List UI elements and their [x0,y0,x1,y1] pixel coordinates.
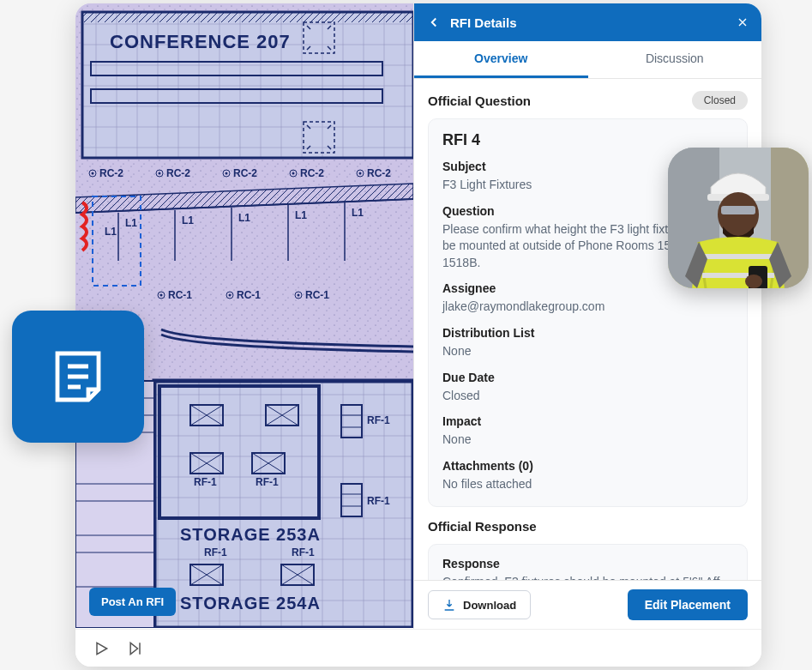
svg-text:RC-1: RC-1 [237,289,261,301]
download-label: Download [463,599,516,612]
rf1-label: RF-1 [292,546,315,558]
response-card: Response Confirmed, F3 fixtures should b… [428,544,748,580]
svg-rect-84 [721,206,755,214]
l1-label: L1 [295,209,307,221]
avatar [668,148,809,288]
svg-point-88 [745,275,762,288]
rf1-label: RF-1 [367,414,390,426]
close-icon[interactable] [736,15,749,29]
note-tile[interactable] [12,311,144,443]
l1-label: L1 [352,207,364,219]
response-value: Confirmed, F3 fixtures should be mounted… [442,574,733,580]
panel-footer: Download Edit Placement [414,580,761,629]
room-label-storage-b: STORAGE 254A [180,594,321,613]
distribution-value: None [442,343,733,360]
attachments-value: No files attached [442,476,733,493]
svg-text:RC-2: RC-2 [166,167,190,179]
note-icon [47,346,109,407]
assignee-value: jlake@raymondlakegroup.com [442,299,733,316]
post-rfi-button[interactable]: Post An RFI [89,588,176,616]
rf1-label: RF-1 [367,495,390,507]
svg-point-35 [160,294,163,297]
svg-rect-85 [702,254,774,259]
svg-text:RC-2: RC-2 [233,167,257,179]
impact-value: None [442,432,733,449]
svg-text:RC-2: RC-2 [99,167,123,179]
svg-text:RC-2: RC-2 [300,167,324,179]
l1-label: L1 [182,214,194,226]
l1-label: L1 [105,226,117,238]
next-icon[interactable] [127,640,144,657]
svg-point-38 [229,294,232,297]
response-label: Response [442,557,733,570]
back-icon[interactable] [426,15,442,30]
due-date-label: Due Date [442,371,733,384]
rfi-title: RFI 4 [442,131,733,149]
panel-header: RFI Details [414,3,761,41]
play-icon[interactable] [93,640,110,657]
download-icon [442,598,456,612]
svg-text:RC-1: RC-1 [305,289,329,301]
official-question-heading: Official Question [428,94,531,108]
distribution-label: Distribution List [442,326,733,340]
play-controls [75,629,761,667]
due-date-value: Closed [442,388,733,405]
l1-label: L1 [125,217,137,229]
svg-point-41 [298,294,300,297]
rf1-label: RF-1 [194,476,217,488]
official-response-heading: Official Response [428,519,748,534]
svg-point-14 [92,172,94,175]
svg-text:RC-1: RC-1 [168,289,192,301]
tabs: Overview Discussion [414,41,761,79]
panel-title: RFI Details [450,15,727,30]
impact-label: Impact [442,414,733,428]
svg-point-17 [159,172,161,175]
room-label-conference: CONFERENCE 207 [110,31,291,52]
attachments-label: Attachments (0) [442,459,733,473]
tab-discussion[interactable]: Discussion [588,41,762,78]
download-button[interactable]: Download [428,590,531,619]
svg-point-23 [292,172,295,175]
svg-text:RC-2: RC-2 [367,167,391,179]
rf1-label: RF-1 [256,476,279,488]
edit-placement-button[interactable]: Edit Placement [628,589,748,620]
l1-label: L1 [238,212,250,224]
svg-point-20 [226,172,228,175]
room-label-storage-a: STORAGE 253A [180,525,321,544]
svg-rect-8 [82,12,413,22]
svg-point-26 [359,172,362,175]
rf1-label: RF-1 [204,546,227,558]
status-badge: Closed [692,91,748,110]
tab-overview[interactable]: Overview [414,41,588,78]
rfi-details-panel: RFI Details Overview Discussion Official… [413,3,761,629]
